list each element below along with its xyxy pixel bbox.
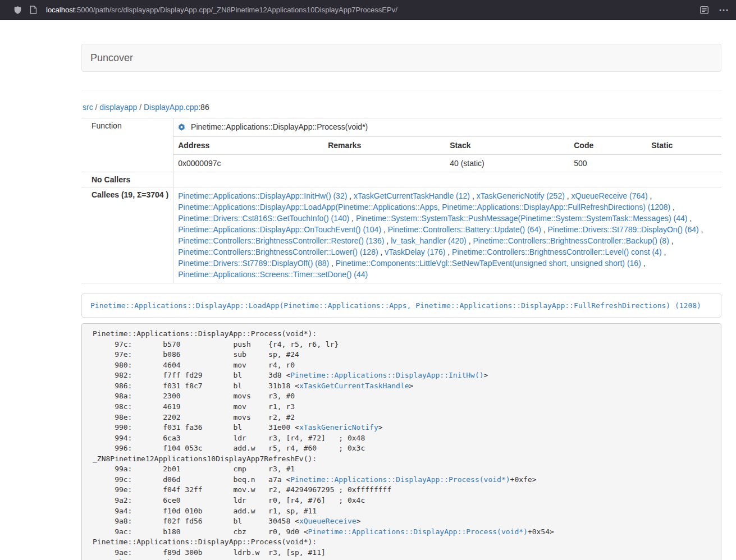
gear-icon — [178, 122, 185, 134]
callee-link[interactable]: xQueueReceive (764) — [572, 191, 648, 200]
asm-symbol-link[interactable]: Pinetime::Applications::DisplayApp::Proc… — [308, 527, 528, 536]
callee-link[interactable]: xTaskGenericNotify (252) — [477, 191, 565, 200]
callee-link[interactable]: Pinetime::Applications::DisplayApp::Init… — [178, 191, 347, 200]
callee-link[interactable]: Pinetime::Applications::DisplayApp::OnTo… — [178, 225, 381, 234]
asm-line: 99c: d06d beq.n a7a <Pinetime::Applicati… — [93, 475, 710, 485]
asm-line: 982: f7ff fd29 bl 3d8 <Pinetime::Applica… — [93, 370, 710, 381]
no-callers-row: No Callers — [81, 172, 721, 187]
col-static: Static — [647, 137, 721, 155]
detail-header-row: Address Remarks Stack Code Static — [173, 137, 721, 155]
stack-value: 40 (static) — [445, 154, 569, 172]
url-path: :5000/path/src/displayapp/DisplayApp.cpp… — [75, 6, 397, 14]
callee-link[interactable]: Pinetime::Controllers::BrightnessControl… — [473, 236, 669, 245]
asm-line: 986: f031 f8c7 bl 31b18 <xTaskGetCurrent… — [93, 381, 710, 392]
callees-row: Callees (19, Σ=3704 ) Pinetime::Applicat… — [81, 187, 721, 283]
asm-symbol-link[interactable]: xTaskGetCurrentTaskHandle — [299, 382, 409, 390]
breadcrumb-link[interactable]: DisplayApp.cpp — [144, 103, 198, 112]
symbol-table: Function Pinetime::Applications::Display… — [81, 118, 721, 283]
asm-line: 97e: b086 sub sp, #24 — [93, 350, 710, 360]
asm-line: 980: 4604 mov r4, r0 — [93, 360, 710, 371]
asm-line: 9b2: 2b0a cmp r3, #10 — [93, 558, 710, 560]
asm-line: 98c: 4619 mov r1, r3 — [93, 402, 710, 412]
address-value: 0x0000097c — [173, 154, 323, 172]
reader-view-icon[interactable] — [700, 6, 708, 14]
assembly-code: Pinetime::Applications::DisplayApp::Proc… — [81, 323, 721, 560]
detail-value-row: 0x0000097c 40 (static) 500 — [173, 154, 721, 172]
symbol-panel-link[interactable]: Pinetime::Applications::DisplayApp::Load… — [90, 301, 701, 310]
callee-link[interactable]: Pinetime::Applications::DisplayApp::Load… — [178, 203, 670, 212]
divider — [81, 90, 721, 90]
breadcrumb: src / displayapp / DisplayApp.cpp:86 — [83, 102, 721, 113]
callee-link[interactable]: lv_task_handler (420) — [391, 236, 467, 245]
callee-link[interactable]: Pinetime::Controllers::BrightnessControl… — [178, 236, 384, 245]
function-row-content: Pinetime::Applications::DisplayApp::Proc… — [173, 118, 721, 172]
callee-link[interactable]: Pinetime::Components::LittleVgl::SetNewT… — [336, 259, 641, 268]
more-menu-icon[interactable]: ⋯ — [719, 5, 729, 15]
callees-label: Callees (19, Σ=3704 ) — [81, 187, 173, 283]
callee-link[interactable]: Pinetime::Controllers::BrightnessControl… — [452, 247, 661, 256]
col-stack: Stack — [445, 137, 569, 155]
callee-link[interactable]: Pinetime::Drivers::Cst816S::GetTouchInfo… — [178, 214, 349, 223]
asm-line: 994: 6ca3 ldr r3, [r4, #72] ; 0x48 — [93, 433, 710, 444]
asm-line: 99e: f04f 32ff mov.w r2, #4294967295 ; 0… — [93, 485, 710, 495]
asm-line: 98e: 2202 movs r2, #2 — [93, 412, 710, 423]
callee-link[interactable]: Pinetime::Drivers::St7789::DisplayOff() … — [178, 259, 329, 268]
shield-icon[interactable] — [13, 6, 22, 15]
breadcrumb-line-number: :86 — [198, 103, 209, 112]
asm-line: 9a8: f02f fd56 bl 30458 <xQueueReceive> — [93, 516, 710, 527]
breadcrumb-link[interactable]: displayapp — [99, 103, 137, 112]
asm-line: 996: f104 053c add.w r5, r4, #60 ; 0x3c — [93, 443, 710, 454]
function-row-label: Function — [81, 118, 173, 172]
url-host: localhost — [46, 6, 75, 14]
callee-link[interactable]: Pinetime::System::SystemTask::PushMessag… — [356, 214, 688, 223]
page-info-icon[interactable] — [30, 6, 37, 14]
col-address: Address — [173, 137, 323, 155]
asm-line: Pinetime::Applications::DisplayApp::Proc… — [93, 329, 710, 339]
url-bar[interactable]: localhost:5000/path/src/displayapp/Displ… — [46, 6, 690, 14]
function-row: Function Pinetime::Applications::Display… — [81, 118, 721, 172]
callee-link[interactable]: xTaskGetCurrentTaskHandle (12) — [354, 191, 470, 200]
asm-line: 9a2: 6ce0 ldr r0, [r4, #76] ; 0x4c — [93, 495, 710, 506]
breadcrumb-separator: / — [137, 103, 144, 112]
brand-link[interactable]: Puncover — [82, 52, 141, 64]
no-callers-content — [173, 172, 721, 187]
no-callers-label: No Callers — [81, 172, 173, 187]
function-detail-table: Address Remarks Stack Code Static 0x0000… — [173, 136, 721, 172]
code-value: 500 — [569, 154, 647, 172]
asm-symbol-link[interactable]: xTaskGenericNotify — [299, 423, 378, 432]
navbar: Puncover — [81, 44, 721, 72]
asm-line: 98a: 2300 movs r3, #0 — [93, 391, 710, 402]
asm-line: 9a4: f10d 010b add.w r1, sp, #11 — [93, 506, 710, 517]
asm-line: Pinetime::Applications::DisplayApp::Proc… — [93, 537, 710, 548]
asm-symbol-link[interactable]: xQueueReceive — [299, 517, 356, 525]
asm-line: _ZN8Pinetime12Applications10DisplayApp7R… — [93, 454, 710, 465]
col-remarks: Remarks — [323, 137, 445, 155]
callee-link[interactable]: vTaskDelay (176) — [385, 247, 445, 256]
breadcrumb-separator: / — [93, 103, 100, 112]
asm-line: 9ae: f89d 300b ldrb.w r3, [sp, #11] — [93, 548, 710, 558]
col-code: Code — [569, 137, 647, 155]
page-container: Puncover src / displayapp / DisplayApp.c… — [81, 44, 721, 560]
remarks-value — [323, 154, 445, 172]
callee-link[interactable]: Pinetime::Drivers::St7789::DisplayOn() (… — [548, 225, 699, 234]
callee-link[interactable]: Pinetime::Applications::Screens::Timer::… — [178, 270, 368, 279]
asm-line: 97c: b570 push {r4, r5, r6, lr} — [93, 339, 710, 350]
callees-cell: Pinetime::Applications::DisplayApp::Init… — [173, 187, 721, 283]
symbol-name: Pinetime::Applications::DisplayApp::Proc… — [191, 122, 368, 131]
callee-link[interactable]: Pinetime::Controllers::BrightnessControl… — [178, 247, 378, 256]
breadcrumb-link[interactable]: src — [83, 103, 93, 112]
asm-symbol-link[interactable]: Pinetime::Applications::DisplayApp::Init… — [290, 371, 483, 379]
browser-chrome: localhost:5000/path/src/displayapp/Displ… — [0, 0, 736, 20]
callee-link[interactable]: Pinetime::Controllers::Battery::Update()… — [388, 225, 541, 234]
symbol-panel: Pinetime::Applications::DisplayApp::Load… — [81, 293, 721, 318]
symbol-name-row: Pinetime::Applications::DisplayApp::Proc… — [173, 118, 721, 136]
asm-line: 99a: 2b01 cmp r3, #1 — [93, 464, 710, 475]
static-value — [647, 154, 721, 172]
asm-symbol-link[interactable]: Pinetime::Applications::DisplayApp::Proc… — [290, 475, 510, 484]
asm-line: 990: f031 fa36 bl 31e00 <xTaskGenericNot… — [93, 423, 710, 433]
asm-line: 9ac: b180 cbz r0, 9d0 <Pinetime::Applica… — [93, 527, 710, 538]
